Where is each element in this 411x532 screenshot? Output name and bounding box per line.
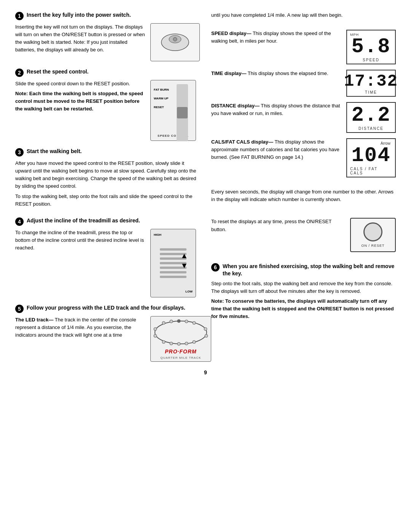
time-value: 17:32 — [344, 73, 398, 89]
speed-control-handle — [177, 107, 188, 118]
incline-high-low: HIGH — [151, 233, 196, 236]
distance-label-bottom: DISTANCE — [358, 126, 384, 131]
time-display-desc: This display shows the elapsed time. — [248, 70, 328, 76]
cals-display-title: CALS/FAT CALS display— — [211, 139, 273, 145]
incline-bar-7 — [160, 276, 186, 278]
incline-image: HIGH — [150, 229, 196, 297]
step-5-title: Follow your progress with the LED track … — [27, 304, 185, 311]
step-6: 6 When you are finished exercising, stop… — [211, 263, 396, 323]
svg-point-11 — [193, 340, 196, 343]
incline-bar-6 — [160, 271, 186, 273]
on-reset-image: ON / RESET — [350, 218, 396, 252]
step-5-number: 5 — [15, 305, 24, 313]
speed-value: 5.8 — [351, 37, 390, 57]
step-6-number: 6 — [211, 263, 220, 272]
cals-value: 104 — [351, 145, 390, 166]
reset-text: To reset the displays at any time, press… — [211, 218, 345, 233]
svg-point-8 — [193, 321, 196, 324]
step-5-image: PRO·FORM QUARTER MILE TRACK — [150, 316, 200, 362]
speed-control-labels: FAT BURN WARM UP RESET — [154, 88, 169, 109]
step-1-image — [150, 23, 200, 61]
step-3: 3 Start the walking belt. After you have… — [15, 148, 200, 210]
step-3-text2: To stop the walking belt, step onto the … — [15, 193, 200, 208]
step-3-header: 3 Start the walking belt. — [15, 148, 200, 157]
key-image — [150, 23, 200, 61]
step-4-text: To change the incline of the treadmill, … — [15, 229, 145, 252]
svg-point-13 — [177, 342, 180, 345]
proform-logo: PRO·FORM — [165, 348, 196, 355]
led-track-svg — [152, 318, 209, 347]
step-3-text1: After you have moved the speed control t… — [15, 160, 200, 190]
svg-point-5 — [170, 320, 173, 323]
step-5-text: The LED track— The track in the center o… — [15, 316, 145, 341]
step-1-number: 1 — [15, 12, 24, 20]
speed-display-title: SPEED display— — [211, 30, 251, 36]
reset-section: To reset the displays at any time, press… — [211, 218, 396, 252]
svg-point-10 — [205, 334, 208, 337]
step-2-title: Reset the speed control. — [27, 68, 89, 75]
speed-label-bottom: SPEED — [363, 58, 379, 62]
svg-point-15 — [162, 340, 165, 343]
on-reset-button-circle — [363, 222, 382, 241]
distance-display-title: DISTANCE display— — [211, 103, 260, 109]
step-1-header: 1 Insert the key fully into the power sw… — [15, 11, 200, 20]
step-4-header: 4 Adjust the incline of the treadmill as… — [15, 217, 200, 226]
svg-point-2 — [173, 37, 177, 41]
time-display-box: 17:32 TIME — [346, 70, 396, 97]
step-1-text: Inserting the key will not turn on the d… — [15, 23, 145, 54]
svg-point-12 — [185, 342, 188, 345]
time-display-item: TIME display— This display shows the ela… — [211, 70, 396, 97]
sc-label-fatburn: FAT BURN — [154, 88, 169, 91]
down-arrow-icon: ▼ — [180, 262, 188, 269]
svg-point-17 — [154, 328, 157, 331]
sc-label-warmup: WARM UP — [154, 97, 169, 100]
sc-label-reset: RESET — [154, 105, 169, 109]
cals-display-item: CALS/FAT CALS display— This display show… — [211, 138, 396, 177]
distance-value: 2.2 — [351, 105, 390, 126]
speed-control-image: FAT BURN WARM UP RESET SPEED CONTROL — [150, 80, 196, 141]
cals-label-bottom: CALS / FAT CALS — [350, 167, 392, 175]
step-2-image: FAT BURN WARM UP RESET SPEED CONTROL — [150, 80, 200, 141]
step-3-number: 3 — [15, 148, 24, 157]
step-4-image: HIGH — [150, 229, 200, 297]
distance-display-text: DISTANCE display— This display shows the… — [211, 102, 340, 117]
step-6-header: 6 When you are finished exercising, stop… — [211, 263, 396, 276]
incline-arrows: ▲ ▼ — [180, 252, 188, 269]
step-5-body: The LED track— The track in the center o… — [15, 316, 200, 362]
key-svg — [160, 31, 190, 54]
step-6-body1: Step onto the foot rails, stop the walki… — [211, 280, 396, 295]
right-column: until you have completed 1/4 mile. A new… — [211, 11, 396, 362]
distance-display-box: 2.2 DISTANCE — [346, 102, 396, 133]
step-4: 4 Adjust the incline of the treadmill as… — [15, 217, 200, 297]
cals-display-text: CALS/FAT CALS display— This display show… — [211, 138, 340, 161]
step-3-text: After you have moved the speed control t… — [15, 160, 200, 210]
step-4-number: 4 — [15, 217, 24, 226]
step-5-led-title: The LED track— The track in the center o… — [15, 316, 145, 339]
step-4-body: To change the incline of the treadmill, … — [15, 229, 200, 297]
step-2-header: 2 Reset the speed control. — [15, 68, 200, 77]
step-6-title: When you are finished exercising, stop t… — [223, 263, 396, 276]
speed-display-item: SPEED display— This display shows the sp… — [211, 30, 396, 64]
step-2: 2 Reset the speed control. Slide the spe… — [15, 68, 200, 141]
step-3-title: Start the walking belt. — [27, 148, 82, 155]
svg-point-6 — [177, 320, 180, 323]
time-display-title: TIME display— — [211, 70, 246, 76]
up-arrow-icon: ▲ — [180, 252, 188, 259]
distance-display-item: DISTANCE display— This display shows the… — [211, 102, 396, 133]
quarter-mile-label: QUARTER MILE TRACK — [160, 356, 201, 359]
svg-point-14 — [170, 342, 173, 345]
speed-display-box: MPH 5.8 SPEED — [346, 30, 396, 64]
incline-body: ▲ ▼ — [151, 240, 196, 286]
step-6-text: Step onto the foot rails, stop the walki… — [211, 280, 396, 323]
step-2-number: 2 — [15, 69, 24, 77]
step-4-title: Adjust the incline of the treadmill as d… — [27, 217, 140, 224]
step-5-header: 5 Follow your progress with the LED trac… — [15, 304, 200, 313]
page-number: 9 — [15, 369, 396, 375]
step-6-note: Note: To conserve the batteries, the dis… — [211, 297, 396, 320]
svg-point-4 — [162, 321, 165, 324]
on-reset-label: ON / RESET — [361, 244, 384, 248]
every-seven-text: Every seven seconds, the display will ch… — [211, 188, 396, 203]
svg-point-9 — [204, 328, 207, 331]
speed-control-slider — [177, 84, 188, 141]
step-1-title: Insert the key fully into the power swit… — [27, 11, 131, 18]
